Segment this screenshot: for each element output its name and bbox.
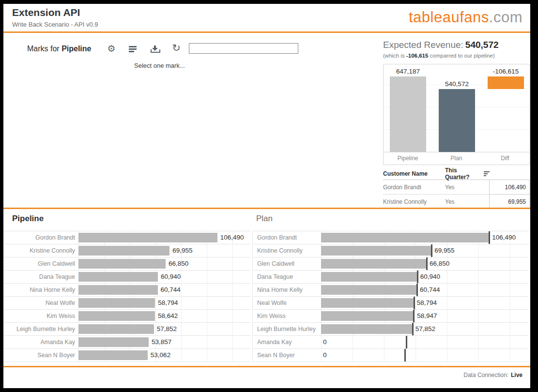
column-header-this-quarter[interactable]: This Quarter? bbox=[445, 167, 489, 181]
row-label: Kim Weiss bbox=[3, 310, 78, 322]
value-bar[interactable] bbox=[321, 233, 489, 242]
chart-row: Neal Wolfe58,794 bbox=[253, 297, 529, 310]
value-label: 58,794 bbox=[417, 297, 437, 309]
value-bar[interactable] bbox=[78, 298, 155, 308]
expected-revenue-value: 540,572 bbox=[465, 40, 499, 50]
mini-chart-plot: 647,187540,572-106,615 bbox=[384, 64, 529, 152]
value-bar[interactable] bbox=[78, 259, 166, 269]
section-divider bbox=[3, 208, 530, 209]
reference-tick bbox=[404, 349, 406, 362]
row-label: Leigh Burnette Hurley bbox=[3, 323, 78, 335]
chart-row: Amanda Kay53,857 bbox=[3, 336, 250, 349]
app-content: Extension API Write Back Scenario - API … bbox=[3, 4, 530, 388]
value-bar[interactable] bbox=[321, 246, 431, 256]
chart-row: Glen Caldwell66,850 bbox=[253, 257, 529, 271]
mini-bar-plan[interactable] bbox=[439, 89, 475, 152]
note-diff-value: -106,615 bbox=[406, 53, 428, 59]
chart-row: Gordon Brandt106,490 bbox=[3, 231, 250, 244]
value-bar[interactable] bbox=[78, 350, 148, 360]
note-prefix: (which is bbox=[383, 53, 406, 59]
chart-row: Kristine Connolly69,955 bbox=[253, 244, 529, 257]
row-label: Gordon Brandt bbox=[253, 231, 321, 244]
chart-row: Neal Wolfe58,794 bbox=[3, 297, 250, 310]
table-header-row: Customer Name This Quarter? bbox=[383, 168, 530, 180]
view-data-icon[interactable] bbox=[128, 46, 138, 55]
value-label: 66,850 bbox=[430, 257, 449, 270]
chart-row: Dana Teague60,940 bbox=[3, 271, 250, 284]
sheet-name: Pipeline bbox=[61, 45, 91, 53]
value-bar[interactable] bbox=[78, 246, 169, 256]
pipeline-section-title: Pipeline bbox=[12, 214, 44, 224]
value-label: 60,744 bbox=[161, 284, 181, 296]
mini-bar-diff[interactable] bbox=[488, 76, 524, 89]
sort-icon[interactable] bbox=[484, 171, 489, 176]
row-label: Kristine Connolly bbox=[3, 244, 78, 257]
value-bar[interactable] bbox=[321, 272, 417, 282]
refresh-icon[interactable]: ↻ bbox=[171, 44, 181, 52]
download-icon[interactable] bbox=[150, 45, 160, 54]
reference-tick bbox=[416, 284, 418, 296]
value-bar[interactable] bbox=[78, 311, 155, 321]
chart-row: Sean N Boyer53,062 bbox=[3, 349, 250, 362]
row-track: 69,955 bbox=[78, 244, 250, 257]
chart-row: Sean N Boyer0 bbox=[253, 349, 529, 362]
page-subtitle: Write Back Scenario - API v0.9 bbox=[12, 21, 98, 28]
value-bar[interactable] bbox=[78, 324, 154, 334]
header-divider bbox=[3, 31, 530, 33]
cell-value: 106,490 bbox=[489, 180, 530, 195]
row-label: Amanda Kay bbox=[253, 336, 321, 348]
chart-row: Nina Horne Kelly60,744 bbox=[253, 284, 529, 297]
chart-row: Amanda Kay0 bbox=[253, 336, 529, 349]
reference-tick bbox=[426, 257, 428, 270]
value-bar[interactable] bbox=[321, 298, 414, 308]
column-header-customer-name[interactable]: Customer Name bbox=[383, 170, 445, 177]
table-row[interactable]: Gordon BrandtYes106,490 bbox=[383, 180, 530, 195]
mini-bar-value-label: 647,187 bbox=[384, 68, 432, 75]
value-bar[interactable] bbox=[78, 337, 149, 347]
reference-tick bbox=[417, 271, 418, 283]
value-bar[interactable] bbox=[78, 285, 158, 295]
selection-hint: Select one mark... bbox=[134, 62, 185, 69]
revenue-mini-chart: 647,187540,572-106,615 PipelinePlanDiff bbox=[383, 64, 530, 165]
row-track: 53,062 bbox=[78, 349, 250, 362]
row-label: Kristine Connolly bbox=[253, 244, 321, 257]
row-label: Amanda Kay bbox=[3, 336, 78, 348]
row-label: Neal Wolfe bbox=[253, 297, 321, 309]
cell-customer-name: Kristine Connolly bbox=[383, 195, 445, 209]
column-header-label: This Quarter? bbox=[445, 167, 481, 181]
footer-divider bbox=[3, 366, 530, 367]
tableaufans-logo[interactable]: tableaufans.com bbox=[409, 9, 523, 26]
settings-icon[interactable]: ⚙ bbox=[107, 45, 116, 53]
row-track: 106,490 bbox=[321, 231, 529, 244]
value-bar[interactable] bbox=[78, 272, 158, 282]
value-label: 106,490 bbox=[492, 231, 516, 244]
note-suffix: comparred to our pipeline) bbox=[428, 53, 494, 59]
value-bar[interactable] bbox=[321, 311, 414, 321]
view-data-icon-bar bbox=[129, 48, 137, 50]
row-label: Dana Teague bbox=[3, 271, 78, 283]
table-row[interactable]: Kristine ConnollyYes69,955 bbox=[383, 195, 530, 209]
mini-bar-pipeline[interactable] bbox=[390, 76, 426, 152]
row-track: 58,947 bbox=[321, 310, 529, 322]
view-data-icon-bar bbox=[129, 46, 137, 47]
chart-row: Glen Caldwell66,850 bbox=[3, 257, 250, 271]
row-track: 60,744 bbox=[321, 284, 529, 296]
value-label: 53,857 bbox=[152, 336, 171, 348]
row-track: 58,794 bbox=[321, 297, 529, 309]
cell-value: 69,955 bbox=[489, 195, 530, 209]
value-label: 69,955 bbox=[172, 244, 192, 257]
chart-row: Nina Horne Kelly60,744 bbox=[3, 284, 250, 297]
value-bar[interactable] bbox=[78, 233, 217, 242]
cell-this-quarter: Yes bbox=[445, 195, 489, 209]
row-label: Sean N Boyer bbox=[253, 349, 321, 362]
selected-marks-table: Customer Name This Quarter? Gordon Brand… bbox=[383, 168, 530, 209]
logo-suffix: .com bbox=[489, 9, 523, 26]
mark-value-input[interactable] bbox=[189, 43, 298, 54]
pipeline-bar-chart: Gordon Brandt106,490Kristine Connolly69,… bbox=[3, 231, 250, 362]
row-label: Dana Teague bbox=[253, 271, 321, 283]
value-bar[interactable] bbox=[321, 324, 413, 334]
value-bar[interactable] bbox=[321, 285, 417, 295]
page-title: Extension API bbox=[12, 7, 80, 18]
value-bar[interactable] bbox=[321, 259, 427, 269]
chart-row: Kim Weiss58,947 bbox=[253, 310, 529, 323]
